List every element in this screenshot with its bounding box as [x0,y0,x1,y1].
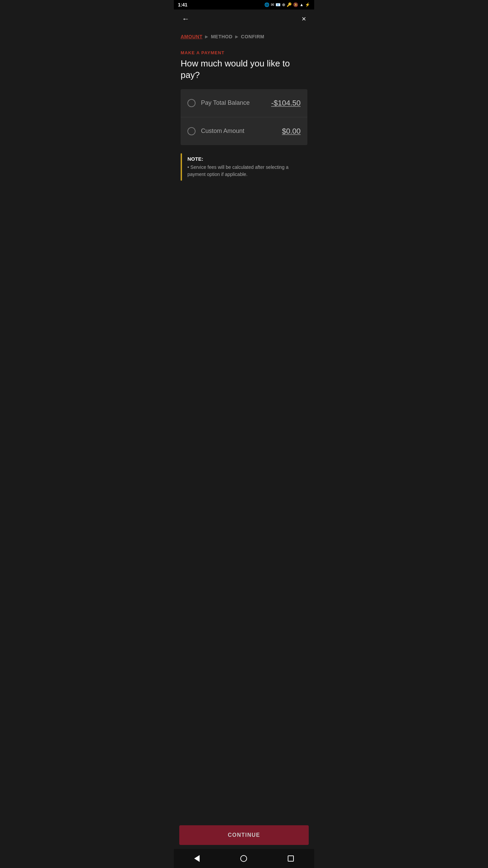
bell-off-icon: 🔕 [293,2,298,7]
note-text: • Service fees will be calculated after … [187,164,302,178]
continue-button[interactable]: CONTINUE [179,825,309,845]
close-button[interactable]: × [299,12,309,26]
stepper-nav: AMOUNT ▶ METHOD ▶ CONFIRM [174,28,314,45]
bottom-nav [174,849,314,868]
step-method[interactable]: METHOD [211,34,232,39]
total-balance-amount: -$104.50 [271,99,301,107]
nav-home-icon [240,855,247,862]
back-arrow-icon: ← [182,15,189,23]
custom-amount-label: Custom Amount [201,127,282,135]
nav-home-button[interactable] [232,852,255,865]
back-button[interactable]: ← [179,12,192,26]
nav-back-icon [194,855,200,862]
close-icon: × [302,15,306,23]
note-content: NOTE: • Service fees will be calculated … [182,153,307,181]
battery-icon: ⚡ [305,2,310,7]
custom-amount-radio[interactable] [187,127,196,135]
page-content: MAKE A PAYMENT How much would you like t… [174,45,314,186]
step-arrow-2: ▶ [235,34,238,39]
pay-total-balance-option[interactable]: Pay Total Balance -$104.50 [181,89,307,117]
status-icons: 🌐 ✉ 📧 ⊕ 🔑 🔕 ▲ ⚡ [264,2,310,7]
step-amount[interactable]: AMOUNT [181,34,202,39]
total-balance-label: Pay Total Balance [201,99,271,106]
note-title: NOTE: [187,156,302,162]
wifi-icon: ▲ [300,2,304,7]
key-icon: 🔑 [287,2,292,7]
custom-amount-option[interactable]: Custom Amount $0.00 [181,117,307,145]
note-section: NOTE: • Service fees will be calculated … [181,153,307,181]
continue-btn-container: CONTINUE [174,821,314,849]
step-arrow-1: ▶ [205,34,208,39]
page-title: How much would you like to pay? [181,58,307,81]
custom-amount-value: $0.00 [282,127,301,136]
email-icon: 📧 [276,2,281,7]
globe-icon: 🌐 [264,2,269,7]
step-confirm[interactable]: CONFIRM [241,34,264,39]
top-nav: ← × [174,9,314,28]
at-icon: ⊕ [282,2,285,7]
total-balance-radio[interactable] [187,99,196,107]
status-time: 1:41 [178,2,187,7]
nav-back-button[interactable] [186,852,208,865]
email-outline-icon: ✉ [271,2,274,7]
options-card: Pay Total Balance -$104.50 Custom Amount… [181,89,307,145]
nav-recent-button[interactable] [280,853,302,864]
nav-recent-icon [288,855,294,862]
status-bar: 1:41 🌐 ✉ 📧 ⊕ 🔑 🔕 ▲ ⚡ [174,0,314,9]
section-label: MAKE A PAYMENT [181,50,307,55]
